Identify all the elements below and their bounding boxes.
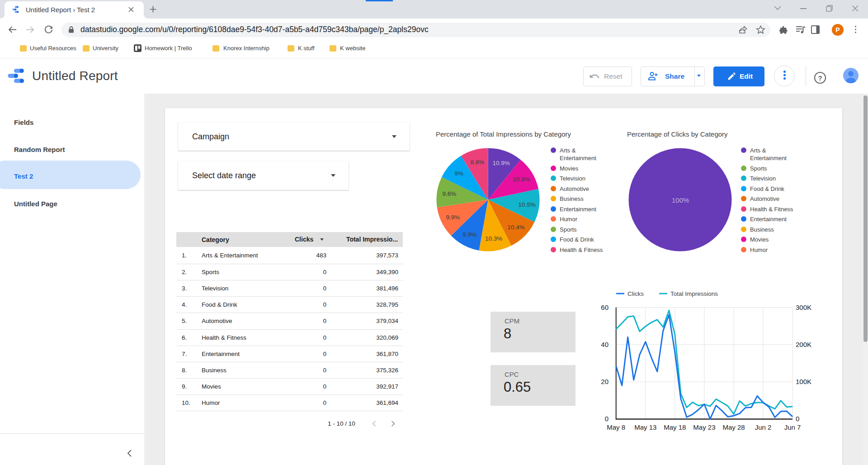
svg-text:200K: 200K <box>796 341 811 348</box>
svg-text:May 8: May 8 <box>607 423 625 431</box>
svg-text:0: 0 <box>605 415 609 422</box>
svg-text:?: ? <box>818 74 822 82</box>
svg-text:300K: 300K <box>796 304 811 311</box>
svg-text:May 18: May 18 <box>664 423 686 431</box>
svg-text:9.6%: 9.6% <box>443 190 457 197</box>
svg-text:60: 60 <box>601 304 609 311</box>
svg-text:Clicks: Clicks <box>627 290 644 297</box>
svg-text:May 13: May 13 <box>634 423 656 431</box>
svg-text:9%: 9% <box>455 170 464 177</box>
svg-text:10.4%: 10.4% <box>507 224 524 231</box>
svg-text:Jun 7: Jun 7 <box>784 423 801 431</box>
svg-text:100K: 100K <box>796 378 811 385</box>
svg-text:10.8%: 10.8% <box>513 176 530 183</box>
svg-text:9.9%: 9.9% <box>463 231 477 238</box>
svg-text:10.5%: 10.5% <box>518 201 535 208</box>
svg-text:May 23: May 23 <box>693 423 715 431</box>
svg-text:9.9%: 9.9% <box>446 214 460 221</box>
svg-text:10.3%: 10.3% <box>485 235 502 242</box>
svg-text:0: 0 <box>796 415 799 422</box>
svg-text:Jun 2: Jun 2 <box>755 423 772 431</box>
svg-text:40: 40 <box>601 341 609 348</box>
svg-text:8.8%: 8.8% <box>471 159 485 166</box>
svg-text:20: 20 <box>601 378 609 385</box>
svg-text:May 28: May 28 <box>722 423 745 431</box>
svg-text:10.9%: 10.9% <box>492 160 509 166</box>
svg-text:Total Impressions: Total Impressions <box>670 290 718 297</box>
